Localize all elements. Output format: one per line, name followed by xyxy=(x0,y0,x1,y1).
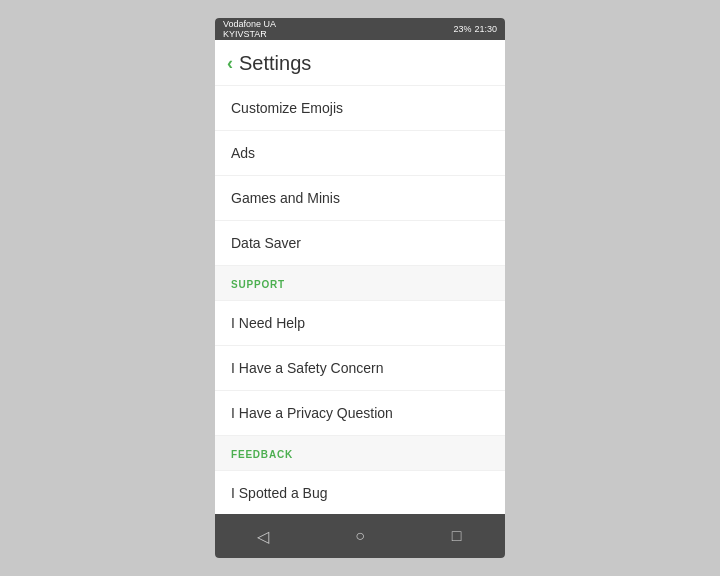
menu-item-customize-emojis[interactable]: Customize Emojis xyxy=(215,86,505,131)
back-button[interactable]: ‹ xyxy=(227,53,233,74)
menu-item-ads[interactable]: Ads xyxy=(215,131,505,176)
menu-item-i-need-help[interactable]: I Need Help xyxy=(215,301,505,346)
menu-item-data-saver[interactable]: Data Saver xyxy=(215,221,505,266)
status-bar: Vodafone UA KYIVSTAR 23% 21:30 xyxy=(215,18,505,40)
nav-back-button[interactable]: ◁ xyxy=(243,521,283,551)
status-carrier: Vodafone UA KYIVSTAR xyxy=(223,19,276,39)
page-title: Settings xyxy=(239,52,311,75)
section-header-feedback: FEEDBACK xyxy=(215,436,505,471)
section-header-support: SUPPORT xyxy=(215,266,505,301)
menu-item-games-and-minis[interactable]: Games and Minis xyxy=(215,176,505,221)
battery-indicator: 23% xyxy=(453,24,471,34)
nav-recent-button[interactable]: □ xyxy=(437,521,477,551)
nav-home-icon: ○ xyxy=(355,527,365,545)
status-right: 23% 21:30 xyxy=(453,24,497,34)
bottom-nav: ◁ ○ □ xyxy=(215,514,505,558)
settings-content: Customize Emojis Ads Games and Minis Dat… xyxy=(215,86,505,514)
header: ‹ Settings xyxy=(215,40,505,86)
menu-item-safety-concern[interactable]: I Have a Safety Concern xyxy=(215,346,505,391)
nav-recent-icon: □ xyxy=(452,527,462,545)
time-display: 21:30 xyxy=(474,24,497,34)
nav-back-icon: ◁ xyxy=(257,527,269,546)
menu-item-privacy-question[interactable]: I Have a Privacy Question xyxy=(215,391,505,436)
menu-item-spotted-bug[interactable]: I Spotted a Bug xyxy=(215,471,505,514)
nav-home-button[interactable]: ○ xyxy=(340,521,380,551)
phone-container: Vodafone UA KYIVSTAR 23% 21:30 ‹ Setting… xyxy=(215,18,505,558)
